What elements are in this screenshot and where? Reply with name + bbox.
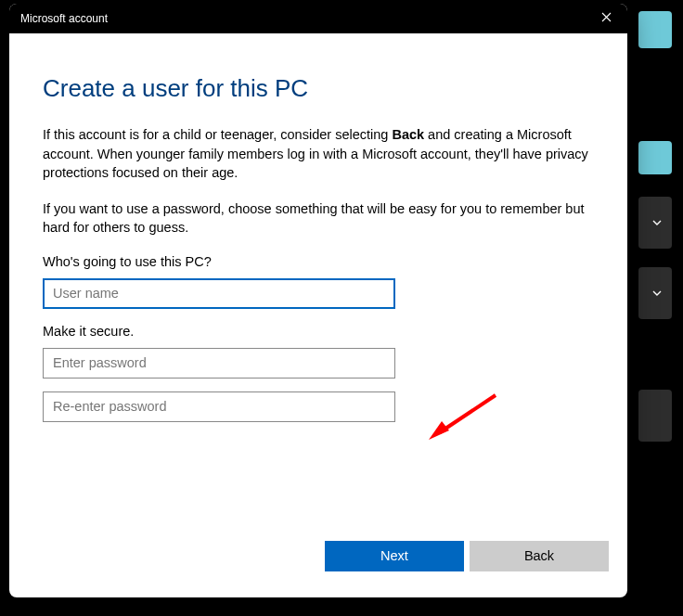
- close-button[interactable]: [585, 4, 627, 33]
- dialog-window: Microsoft account Create a user for this…: [9, 4, 627, 597]
- intro-paragraph-1: If this account is for a child or teenag…: [43, 125, 594, 183]
- password-input[interactable]: [43, 348, 395, 379]
- next-button[interactable]: Next: [325, 541, 464, 571]
- bg-row-3: [638, 390, 672, 442]
- dialog-footer: Next Back: [9, 529, 627, 597]
- bg-tile-2: [638, 141, 672, 174]
- chevron-down-icon: [651, 288, 663, 299]
- intro-paragraph-2: If you want to use a password, choose so…: [43, 199, 594, 237]
- svg-marker-1: [429, 421, 449, 440]
- password-confirm-input[interactable]: [43, 391, 395, 422]
- bg-tile-1: [638, 11, 672, 48]
- annotation-arrow: [421, 390, 505, 449]
- back-button[interactable]: Back: [470, 541, 609, 571]
- dialog-content: Create a user for this PC If this accoun…: [9, 33, 627, 529]
- svg-line-0: [440, 395, 496, 432]
- bg-row-1: [638, 197, 672, 249]
- password-section-label: Make it secure.: [43, 324, 594, 339]
- page-title: Create a user for this PC: [43, 74, 594, 103]
- chevron-down-icon: [651, 217, 663, 228]
- bg-row-2: [638, 267, 672, 319]
- username-input[interactable]: [43, 278, 395, 309]
- username-label: Who's going to use this PC?: [43, 254, 594, 269]
- titlebar: Microsoft account: [9, 4, 627, 33]
- window-title: Microsoft account: [20, 12, 108, 25]
- close-icon: [601, 12, 612, 25]
